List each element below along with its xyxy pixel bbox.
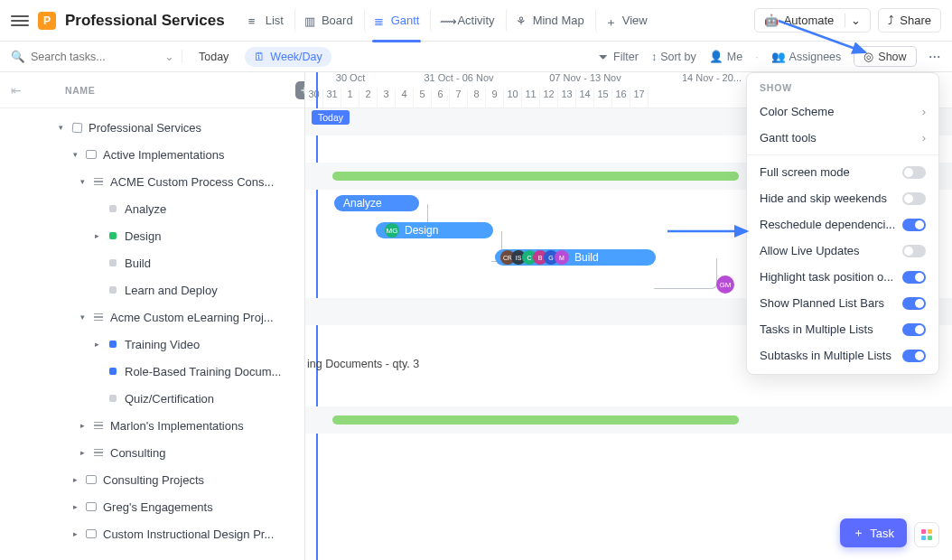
tree-row[interactable]: ▸Consulting (0, 439, 304, 466)
tab-activity[interactable]: ⟿ Activity (430, 8, 503, 33)
show-panel-nav-label: Color Scheme (760, 105, 834, 118)
show-toggle-row[interactable]: Show Planned List Bars (747, 290, 938, 316)
chevron-down-icon[interactable]: ⌄ (164, 50, 174, 63)
plus-icon: ＋ (853, 525, 864, 541)
caret-icon[interactable]: ▸ (78, 448, 87, 457)
tree-row-label: Learn and Deploy (125, 284, 218, 297)
toggle-switch[interactable] (902, 245, 926, 257)
space-badge[interactable]: P (38, 12, 56, 30)
tab-gantt[interactable]: ≣ Gantt (364, 8, 429, 33)
show-toggle-row[interactable]: Highlight task position o... (747, 264, 938, 290)
tree-row[interactable]: ▸Training Video (0, 331, 304, 358)
gantt-summary-bar[interactable] (332, 415, 739, 425)
tree-row[interactable]: ▾Active Implementations (0, 141, 304, 168)
caret-icon[interactable]: ▾ (70, 150, 79, 159)
tree-row[interactable]: Build (0, 249, 304, 276)
me-label: Me (727, 51, 742, 63)
show-button[interactable]: ◎ Show (854, 46, 916, 67)
filter-icon: ⏷ (598, 51, 610, 63)
show-panel-color-scheme[interactable]: Color Scheme › (747, 98, 938, 125)
toggle-switch[interactable] (902, 350, 926, 362)
today-button[interactable]: Today (190, 47, 238, 67)
calendar-icon: 🗓 (254, 51, 266, 63)
mindmap-icon: ⚘ (516, 14, 528, 27)
caret-icon[interactable]: ▸ (70, 529, 79, 538)
caret-icon[interactable]: ▸ (78, 421, 87, 430)
gantt-bar-learn[interactable]: GM (716, 275, 734, 294)
toggle-switch[interactable] (902, 166, 926, 179)
tree-row[interactable]: ▾ACME Custom Process Cons... (0, 168, 304, 195)
caret-icon[interactable]: ▸ (70, 475, 79, 484)
tab-list[interactable]: ≡ List (239, 8, 293, 33)
list-icon (92, 419, 105, 432)
gantt-day-header: 4 (396, 89, 414, 108)
tab-board[interactable]: ▥ Board (294, 8, 362, 33)
toggle-switch[interactable] (902, 297, 926, 310)
tree-row[interactable]: ▸Consulting Projects (0, 466, 304, 493)
gantt-bar-build[interactable]: CRISCBGM Build (495, 249, 656, 266)
search-input[interactable] (31, 51, 139, 63)
show-toggle-label: Reschedule dependenci... (760, 218, 895, 231)
tree-row[interactable]: ▾Professional Services (0, 114, 304, 141)
show-toggle-row[interactable]: Reschedule dependenci... (747, 211, 938, 238)
tree-row[interactable]: ▸Greg's Engagements (0, 493, 304, 520)
chevron-down-icon[interactable]: ⌄ (845, 14, 861, 27)
gantt-bar-design[interactable]: MG Design (376, 222, 493, 238)
caret-icon[interactable]: ▾ (56, 123, 65, 132)
caret-icon[interactable]: ▸ (92, 340, 101, 349)
toggle-switch[interactable] (902, 323, 926, 336)
search-input-wrap[interactable]: 🔍 ⌄ (11, 50, 182, 63)
toggle-switch[interactable] (902, 192, 926, 205)
hamburger-icon[interactable] (11, 12, 29, 30)
caret-icon[interactable]: ▾ (78, 177, 87, 186)
more-icon[interactable]: ··· (929, 51, 941, 63)
tree-row[interactable]: Role-Based Training Docum... (0, 358, 304, 385)
show-toggle-row[interactable]: Hide and skip weekends (747, 185, 938, 211)
assignees-label: Assignees (789, 51, 842, 63)
tree-row[interactable]: ▾Acme Custom eLearning Proj... (0, 303, 304, 331)
tree-row[interactable]: Analyze (0, 195, 304, 222)
caret-icon[interactable]: ▾ (78, 313, 87, 322)
show-toggle-row[interactable]: Tasks in Multiple Lists (747, 316, 938, 342)
tree-row[interactable]: Quiz/Certification (0, 385, 304, 412)
gantt-day-header: 16 (612, 89, 630, 108)
weekday-button[interactable]: 🗓 Week/Day (245, 47, 331, 67)
gantt-row-text: ing Documents - qty. 3 (307, 358, 419, 370)
app-launcher-button[interactable] (914, 522, 939, 547)
share-button[interactable]: ⤴ Share (878, 8, 941, 33)
show-toggle-row[interactable]: Full screen mode (747, 159, 938, 185)
sortby-button[interactable]: ↕ Sort by (651, 51, 696, 63)
tree-row[interactable]: ▸Design (0, 222, 304, 249)
gantt-summary-bar[interactable] (332, 172, 739, 181)
status-icon (107, 338, 119, 350)
tree-row[interactable]: ▸Custom Instructional Design Pr... (0, 520, 304, 547)
add-task-button[interactable]: ＋ (295, 81, 305, 99)
automate-button[interactable]: 🤖 Automate ⌄ (754, 8, 872, 33)
new-task-button[interactable]: ＋ Task (840, 518, 907, 547)
show-panel-gantt-tools[interactable]: Gantt tools › (747, 125, 938, 151)
tree-row-label: Acme Custom eLearning Proj... (110, 311, 274, 324)
tree-row[interactable]: Learn and Deploy (0, 276, 304, 303)
show-toggle-label: Subtasks in Multiple Lists (760, 349, 891, 362)
tree-row[interactable]: ▸Marlon's Implementations (0, 412, 304, 439)
toggle-switch[interactable] (902, 271, 926, 284)
show-toggle-row[interactable]: Allow Live Updates (747, 238, 938, 264)
tab-mindmap[interactable]: ⚘ Mind Map (506, 8, 593, 33)
assignees-button[interactable]: 👥 Assignees (771, 50, 842, 63)
add-view-button[interactable]: ＋ View (595, 8, 657, 33)
show-dropdown-panel: SHOW Color Scheme › Gantt tools › Full s… (746, 72, 939, 375)
toggle-switch[interactable] (902, 219, 926, 231)
folder-icon (85, 527, 98, 540)
sort-icon: ↕ (651, 51, 657, 63)
me-button[interactable]: 👤 Me (709, 50, 742, 63)
gantt-day-header: 6 (432, 89, 450, 108)
caret-icon[interactable]: ▸ (92, 231, 101, 240)
caret-icon[interactable]: ▸ (70, 502, 79, 511)
collapse-icon[interactable]: ⇤ (11, 83, 22, 98)
people-icon: 👥 (771, 50, 786, 63)
show-toggle-row[interactable]: Subtasks in Multiple Lists (747, 342, 938, 369)
filter-button[interactable]: ⏷ Filter (598, 51, 639, 63)
tree-row-label: Greg's Engagements (103, 500, 213, 514)
gantt-bar-analyze[interactable]: Analyze (334, 195, 419, 211)
gantt-icon: ≣ (374, 14, 387, 27)
